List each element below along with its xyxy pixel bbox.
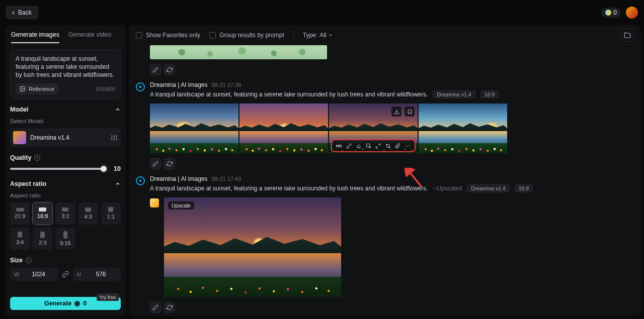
canvas-body[interactable]: Dreamina | AI images 08-21 17:39 A tranq… [129, 45, 641, 316]
select-model-label: Select Model [10, 118, 121, 124]
chevron-down-icon [328, 33, 333, 38]
ratio-tag: 16:9 [480, 90, 499, 98]
ratio-label: 3:4 [16, 239, 24, 245]
size-label-row: Size i [10, 257, 121, 264]
favorites-filter[interactable]: Show Favorites only [136, 32, 200, 39]
copy-link-button[interactable] [393, 141, 403, 150]
aspect-section-header[interactable]: Aspect ratio [10, 180, 121, 187]
folder-button[interactable] [621, 29, 634, 42]
regenerate-button[interactable] [164, 64, 175, 75]
ratio-shape-icon [63, 231, 67, 239]
prompt-box: A tranquil landscape at sunset, featurin… [10, 49, 121, 99]
regenerate-button[interactable] [164, 302, 175, 313]
download-icon [394, 109, 399, 115]
refresh-icon [167, 67, 173, 73]
bookmark-button[interactable] [405, 107, 415, 117]
upscale-origin-thumb[interactable] [150, 198, 159, 207]
gen-source: Dreamina | AI images [150, 175, 208, 182]
tab-generate-images[interactable]: Generate images [11, 31, 59, 43]
result-thumbnail[interactable]: HD [329, 103, 418, 153]
quality-label: Quality [10, 154, 31, 161]
gen-meta: Dreamina | AI images 08-21 17:39 [150, 81, 634, 88]
main: Generate images Generate video A tranqui… [0, 25, 644, 319]
info-icon[interactable]: i [34, 155, 40, 161]
chevron-up-icon [115, 181, 121, 187]
result-thumbnail[interactable] [150, 45, 327, 59]
ratio-shape-icon [16, 208, 24, 211]
tab-generate-video[interactable]: Generate video [68, 31, 111, 43]
edit-button[interactable] [150, 302, 161, 313]
type-filter[interactable]: Type: All [303, 32, 334, 39]
aspect-ratio-16-9[interactable]: 16:9 [33, 202, 52, 225]
ratio-shape-icon [39, 207, 46, 211]
reference-label: Reference [29, 86, 54, 92]
group-filter[interactable]: Group results by prompt [209, 32, 284, 39]
gen-prompt-suffix: --Upscaled [433, 185, 462, 192]
ratio-shape-icon [18, 232, 22, 238]
chevron-up-icon [115, 107, 121, 113]
prompt-footer: Reference 105/800 [16, 83, 115, 94]
canvas: Show Favorites only Group results by pro… [129, 25, 641, 316]
sidebar-tabs: Generate images Generate video [10, 29, 121, 43]
generate-label: Generate [44, 300, 71, 307]
eraser-icon [356, 143, 361, 149]
quality-value: 10 [111, 165, 121, 172]
aspect-ratio-1-1[interactable]: 1:1 [101, 202, 121, 225]
aspect-ratio-3-2[interactable]: 3:2 [55, 202, 75, 225]
chevron-left-icon [11, 10, 16, 16]
model-selector[interactable]: Dreamina v1.4 [10, 128, 121, 147]
folder-icon [624, 32, 631, 39]
refresh-icon [167, 304, 173, 310]
crop-button[interactable] [383, 141, 392, 150]
hd-button[interactable]: HD [335, 141, 344, 150]
credit-icon [605, 10, 611, 16]
width-input[interactable]: W 1024 [10, 268, 58, 281]
aspect-ratio-21-9[interactable]: 21:9 [10, 202, 30, 225]
model-section: Model Select Model Dreamina v1.4 [10, 106, 121, 147]
aspect-ratio-9-16[interactable]: 9:16 [55, 228, 75, 250]
result-thumbnail[interactable] [150, 103, 238, 153]
erase-button[interactable] [354, 141, 363, 150]
quality-slider[interactable] [10, 168, 106, 170]
ratio-label: 9:16 [60, 240, 70, 246]
result-thumbnail[interactable] [239, 103, 328, 153]
thumb-top-tools [391, 107, 415, 117]
aspect-sub-label: Aspect ratio [10, 192, 121, 198]
edit-button[interactable] [150, 158, 161, 169]
sliders-icon [111, 134, 118, 141]
aspect-ratio-2-3[interactable]: 2:3 [33, 228, 52, 250]
download-button[interactable] [391, 107, 401, 117]
topbar-right: 0 [601, 7, 638, 19]
inpaint-button[interactable] [364, 141, 373, 150]
retouch-button[interactable] [344, 141, 353, 150]
ratio-shape-icon [62, 207, 68, 212]
info-icon[interactable]: i [26, 257, 32, 263]
gen-source: Dreamina | AI images [150, 81, 208, 88]
size-inputs: W 1024 H 576 [10, 268, 121, 281]
gen-actions [150, 64, 634, 75]
prompt-textarea[interactable]: A tranquil landscape at sunset, featurin… [16, 55, 115, 79]
back-button[interactable]: Back [6, 6, 38, 19]
reference-button[interactable]: Reference [16, 83, 58, 94]
credit-icon [74, 301, 80, 306]
result-thumbnail[interactable] [419, 103, 507, 153]
height-input[interactable]: H 576 [73, 268, 121, 281]
aspect-ratio-3-4[interactable]: 3:4 [10, 228, 30, 250]
source-icon [136, 82, 145, 91]
quality-label-row: Quality i [10, 154, 121, 161]
expand-button[interactable] [374, 141, 383, 150]
model-section-header[interactable]: Model [10, 106, 121, 113]
avatar[interactable] [626, 7, 638, 19]
edit-button[interactable] [150, 64, 161, 75]
aspect-ratio-4-3[interactable]: 4:3 [78, 202, 98, 225]
more-button[interactable] [403, 141, 412, 150]
ratio-label: 3:2 [61, 213, 69, 219]
link-icon[interactable] [62, 271, 69, 278]
credits-pill[interactable]: 0 [601, 8, 621, 18]
regenerate-button[interactable] [164, 158, 175, 169]
gen-actions [150, 158, 634, 169]
svg-point-1 [22, 87, 23, 88]
width-value: 1024 [23, 271, 54, 278]
upscale-chip: Upscale [168, 201, 194, 209]
result-thumbnail[interactable]: Upscale [164, 197, 341, 297]
